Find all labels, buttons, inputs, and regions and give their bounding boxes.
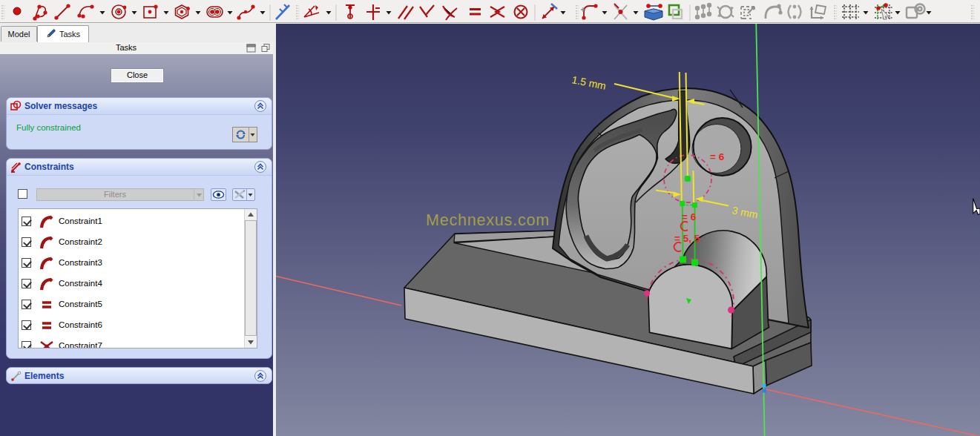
svg-text:Mechnexus.com: Mechnexus.com [426,211,550,229]
svg-text:= 6: = 6 [682,211,697,222]
svg-text:= 6: = 6 [710,151,725,162]
